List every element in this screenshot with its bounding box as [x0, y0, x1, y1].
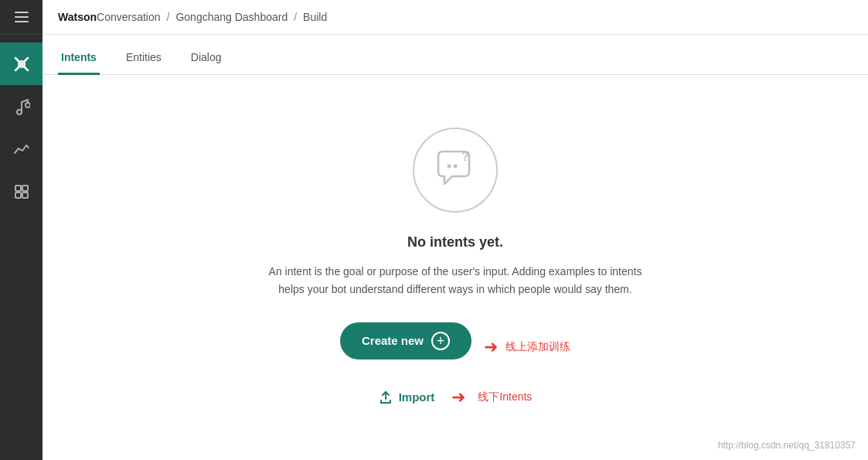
- sidebar: [0, 0, 43, 460]
- tab-dialog[interactable]: Dialog: [188, 51, 225, 75]
- svg-rect-8: [22, 193, 28, 198]
- tab-intents[interactable]: Intents: [58, 51, 100, 75]
- analytics-icon: [13, 141, 30, 158]
- topbar-sep1: /: [167, 11, 170, 23]
- upload-icon: [379, 390, 393, 404]
- watermark: http://blog.csdn.net/qq_31810357: [718, 440, 856, 451]
- audio-icon: [13, 98, 30, 115]
- hamburger-icon[interactable]: [15, 12, 29, 22]
- svg-rect-7: [15, 193, 21, 198]
- empty-description: An intent is the goal or purpose of the …: [254, 263, 656, 298]
- chat-icon-wrapper: ?: [413, 128, 498, 213]
- import-label: Import: [399, 390, 435, 404]
- tabs-bar: Intents Entities Dialog: [43, 35, 868, 75]
- svg-rect-5: [15, 186, 21, 191]
- content-area: Intents Entities Dialog ? No intents yet…: [43, 35, 868, 460]
- plus-circle-icon: +: [431, 332, 450, 350]
- topbar-sep2: /: [294, 11, 297, 23]
- create-new-button[interactable]: Create new +: [340, 322, 471, 359]
- arrow-right-icon-create: ➜: [484, 337, 498, 357]
- create-annotation-row: ➜ 线上添加训练: [484, 337, 570, 357]
- sidebar-item-audio[interactable]: [0, 85, 43, 128]
- tab-entities[interactable]: Entities: [123, 51, 165, 75]
- main-content: Watson Conversation / Gongchang Dashboar…: [43, 0, 868, 460]
- topbar-build: Build: [303, 11, 327, 23]
- sidebar-nav: [0, 35, 43, 213]
- annotation-import-text: 线下Intents: [478, 390, 532, 404]
- empty-title: No intents yet.: [407, 234, 503, 250]
- chat-question-icon: ?: [431, 145, 480, 195]
- svg-rect-6: [22, 186, 28, 191]
- topbar-gongchang[interactable]: Gongchang Dashboard: [175, 11, 288, 23]
- sidebar-item-analytics[interactable]: [0, 128, 43, 170]
- topbar-conversation: Conversation: [97, 11, 161, 23]
- annotation-create-text: 线上添加训练: [505, 340, 570, 354]
- sidebar-item-grid[interactable]: [0, 170, 43, 213]
- topbar: Watson Conversation / Gongchang Dashboar…: [43, 0, 868, 35]
- arrow-right-icon-import: ➜: [451, 387, 465, 407]
- svg-point-4: [26, 103, 30, 107]
- grid-icon: [13, 183, 30, 200]
- import-button[interactable]: Import: [379, 390, 435, 404]
- import-row: Import ➜ 线下Intents: [379, 387, 533, 407]
- wrench-cross-icon: [13, 56, 30, 73]
- create-new-label: Create new: [362, 334, 424, 347]
- sidebar-item-build[interactable]: [0, 43, 43, 85]
- svg-text:?: ?: [461, 150, 469, 163]
- svg-point-9: [448, 165, 451, 169]
- svg-point-10: [454, 165, 458, 169]
- sidebar-top: [0, 0, 43, 35]
- empty-state: ? No intents yet. An intent is the goal …: [43, 75, 868, 460]
- topbar-watson: Watson: [58, 11, 97, 23]
